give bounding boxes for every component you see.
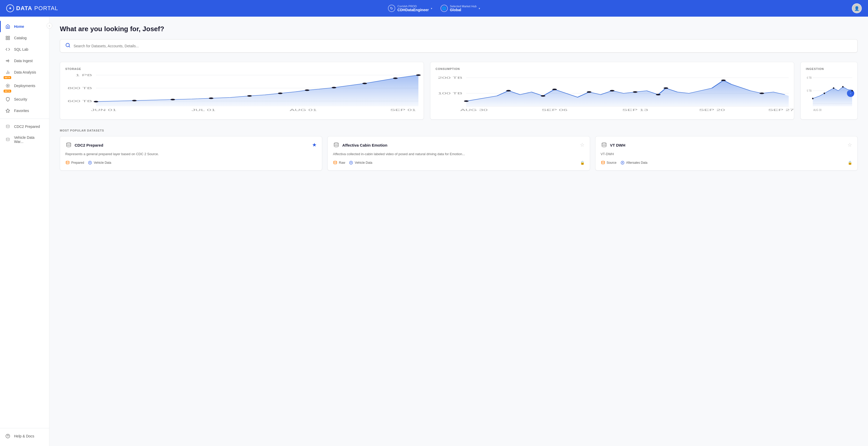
home-icon — [5, 24, 10, 29]
storage-chart-title: STORAGE — [65, 67, 418, 70]
logo-light: PORTAL — [34, 5, 58, 12]
svg-text:SEP 27: SEP 27 — [768, 109, 794, 112]
cdc2-tag-prepared-label: Prepared — [71, 161, 84, 164]
svg-point-43 — [506, 90, 511, 92]
sidebar-item-favorites[interactable]: Favorites — [0, 105, 49, 117]
svg-point-29 — [332, 87, 336, 88]
affectiva-description: Affectiva collected in-cabin labeled vid… — [333, 152, 584, 157]
logo-icon: ✦ — [6, 4, 14, 12]
favorites-icon — [5, 108, 10, 113]
dataset-card-cdc2: CDC2 Prepared ★ Represents a general pre… — [60, 136, 322, 170]
sidebar-item-label-favorites: Favorites — [14, 109, 29, 113]
security-icon — [5, 97, 10, 102]
svg-point-27 — [278, 93, 283, 94]
sidebar-item-deployments[interactable]: Deployments BETA — [0, 80, 49, 94]
deployments-icon — [5, 83, 10, 88]
sidebar-item-data-analysis[interactable]: Data Analysis BETA — [0, 67, 49, 80]
aftersales-tag-icon — [620, 160, 625, 165]
affectiva-tag-raw-label: Raw — [339, 161, 345, 164]
sidebar-item-home[interactable]: Home — [0, 21, 49, 32]
vtdwh-star-button[interactable]: ☆ — [847, 142, 852, 148]
affectiva-star-button[interactable]: ☆ — [580, 142, 585, 148]
svg-text:5 TB: 5 TB — [807, 89, 812, 92]
svg-point-46 — [587, 91, 592, 93]
sidebar-item-label-dataanalysis: Data Analysis — [14, 70, 36, 74]
svg-text:AUG 01: AUG 01 — [290, 109, 317, 112]
svg-point-75 — [334, 161, 337, 162]
svg-point-44 — [540, 95, 545, 97]
sidebar-divider — [0, 119, 49, 119]
data-ingest-icon — [5, 58, 10, 63]
svg-point-70 — [66, 161, 69, 162]
sidebar-recent-cdc2[interactable]: CDC2 Prepared — [0, 121, 49, 132]
globe-icon: 🌐 — [440, 5, 448, 12]
svg-point-66 — [842, 86, 843, 88]
sidebar-item-catalog[interactable]: Catalog — [0, 32, 49, 44]
sidebar-recent-vehicle[interactable]: Vehicle Data War... — [0, 132, 49, 147]
env-label-main: CDHDataEngineer — [397, 8, 429, 12]
search-input[interactable] — [73, 44, 852, 48]
svg-point-51 — [721, 79, 726, 81]
sidebar-item-security[interactable]: Security — [0, 94, 49, 105]
sidebar-item-sql-lab[interactable]: SQL Lab — [0, 44, 49, 55]
svg-point-10 — [6, 125, 9, 126]
sidebar-item-label-deployments: Deployments — [14, 84, 35, 88]
svg-rect-1 — [8, 36, 10, 37]
user-avatar[interactable]: 👤 — [852, 3, 862, 13]
cdc2-star-button[interactable]: ★ — [312, 142, 317, 148]
consumption-chart-area: 200 TB 100 TB — [436, 72, 789, 114]
svg-text:6 TB: 6 TB — [807, 76, 812, 79]
help-icon — [5, 434, 10, 439]
cdc2-tags: Prepared Vehicle Data — [65, 160, 317, 165]
affectiva-lock-icon: 🔒 — [580, 161, 585, 165]
svg-point-23 — [132, 100, 137, 101]
env-info: ConVeh PROD CDHDataEngineer — [397, 5, 429, 12]
svg-point-67 — [851, 90, 852, 92]
market-info: Selected Market Hub Global — [450, 5, 477, 12]
most-popular-section: MOST POPULAR DATASETS — [60, 129, 858, 170]
affectiva-tag-raw: Raw — [333, 160, 345, 165]
charts-row: STORAGE 1 PB 800 TB 600 TB — [60, 62, 858, 120]
svg-point-24 — [170, 99, 175, 100]
source-tag-icon — [601, 160, 606, 165]
svg-point-26 — [247, 95, 252, 97]
ingestion-chart-title: INGESTION — [806, 67, 852, 70]
svg-rect-3 — [8, 38, 10, 40]
affectiva-tags: Raw Vehicle Data — [333, 160, 584, 165]
search-bar[interactable] — [60, 39, 858, 53]
svg-text:SEP 13: SEP 13 — [622, 109, 648, 112]
consumption-chart-card: CONSUMPTION 200 TB 100 TB — [430, 62, 794, 120]
cdc2-tag-vehicle-label: Vehicle Data — [94, 161, 111, 164]
cdc2-description: Represents a general prepared layer base… — [65, 152, 317, 157]
sidebar-collapse-button[interactable]: ‹ — [46, 23, 52, 29]
vtdwh-description: VT-DWH — [601, 152, 852, 157]
cdc2-recent-icon — [5, 124, 10, 129]
dataset-title-row-cdc2: CDC2 Prepared — [65, 142, 103, 149]
dataset-card-affectiva: Affectiva Cabin Emotion ☆ Affectiva coll… — [328, 136, 590, 170]
sidebar-item-label-dataingest: Data Ingest — [14, 59, 33, 63]
svg-text:200 TB: 200 TB — [438, 76, 463, 79]
sidebar-item-data-ingest[interactable]: Data Ingest — [0, 55, 49, 67]
svg-point-80 — [601, 161, 604, 162]
data-analysis-beta-badge: BETA — [4, 76, 11, 79]
page-title: What are you looking for, Josef? — [60, 25, 858, 33]
vehicle-tag-icon — [88, 160, 92, 165]
svg-text:800 TB: 800 TB — [68, 87, 92, 90]
dataset-header-affectiva: Affectiva Cabin Emotion ☆ — [333, 142, 584, 149]
svg-point-32 — [416, 74, 421, 76]
svg-text:SEP 06: SEP 06 — [541, 109, 568, 112]
vtdwh-lock-icon: 🔒 — [848, 161, 852, 165]
affectiva-dataset-icon — [333, 142, 340, 149]
sidebar-item-help[interactable]: Help & Docs — [0, 431, 49, 442]
sidebar: ‹ Home Catalog — [0, 17, 50, 446]
svg-point-30 — [362, 83, 367, 84]
svg-text:JUN 01: JUN 01 — [91, 109, 116, 112]
sidebar-item-label-help: Help & Docs — [14, 434, 34, 438]
env-selector[interactable]: ↻ ConVeh PROD CDHDataEngineer ▾ — [388, 5, 432, 12]
storage-chart-area: 1 PB 800 TB 600 TB — [65, 72, 418, 114]
svg-text:JUL 01: JUL 01 — [191, 109, 215, 112]
market-selector[interactable]: 🌐 Selected Market Hub Global ▾ — [440, 5, 480, 12]
cdc2-name: CDC2 Prepared — [74, 143, 103, 147]
svg-text:AUG 30: AUG 30 — [460, 109, 488, 112]
vtdwh-tag-aftersales-label: Aftersales Data — [626, 161, 648, 164]
